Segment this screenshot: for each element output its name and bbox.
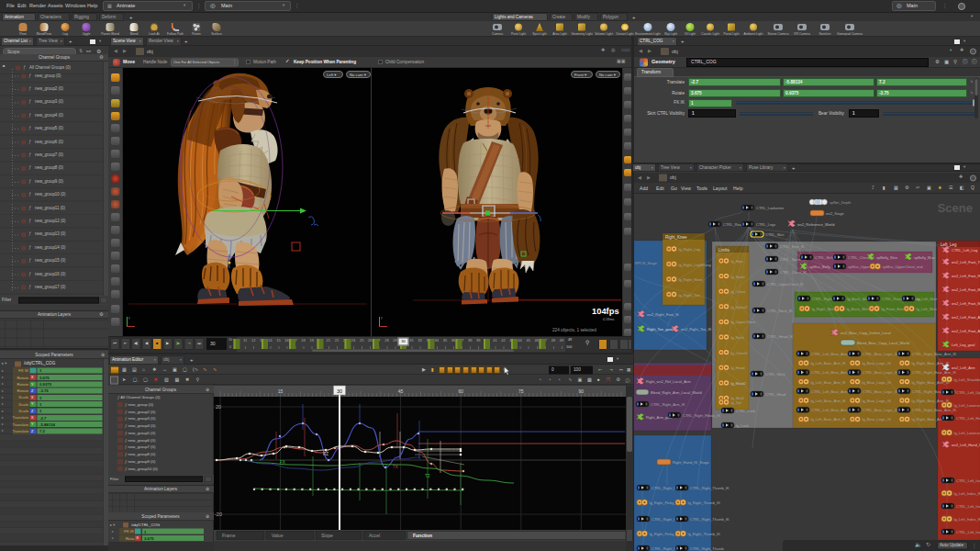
svg-text:CTRL_Head_IK: CTRL_Head_IK [767, 334, 794, 339]
svg-text:CTRL_UpperChest_IK: CTRL_UpperChest_IK [767, 282, 804, 287]
svg-text:lg_Neck: lg_Neck [731, 335, 744, 340]
svg-text:Frame: Frame [222, 533, 236, 538]
svg-text:CTRL_Head: CTRL_Head [765, 392, 785, 397]
svg-text:lg_Look: lg_Look [736, 423, 749, 428]
svg-text:spBelly_Skin: spBelly_Skin [876, 255, 897, 260]
svg-text:CTRL_Left_Leg: CTRL_Left_Leg [952, 248, 977, 253]
svg-text:TZ: TZ [425, 474, 430, 478]
svg-text:lg_Chest2: lg_Chest2 [731, 351, 749, 355]
svg-text:ws2_Left_Foot_Ball: ws2_Left_Foot_Ball [952, 287, 980, 292]
svg-text:CTRL_Left_Bear_Arm_IK: CTRL_Left_Bear_Arm_IK [811, 408, 853, 412]
svg-text:60: 60 [458, 388, 463, 394]
svg-text:CTRL_Right_Bear_Arm_IK: CTRL_Right_Bear_Arm_IK [912, 408, 957, 412]
svg-text:lg_Left_Lowerarm: lg_Left_Lowerarm [954, 403, 980, 408]
svg-text:ws2_Left_Foot_Mid: ws2_Left_Foot_Mid [952, 301, 980, 306]
svg-text:lg_UpperChest: lg_UpperChest [731, 320, 757, 324]
svg-text:lg_Bear_Logic_IK: lg_Bear_Logic_IK [863, 417, 892, 422]
svg-text:CTRL_Right_Bear_Arm_IK: CTRL_Right_Bear_Arm_IK [912, 352, 957, 356]
svg-text:CTRL_Right_Bear_Arm_IK: CTRL_Right_Bear_Arm_IK [912, 370, 957, 375]
svg-text:CTRL_Bear_Logic_IK: CTRL_Bear_Logic_IK [863, 370, 898, 375]
svg-text:lg_Left_Shoulder: lg_Left_Shoulder [954, 377, 980, 382]
svg-text:Right_Knee: Right_Knee [665, 235, 687, 240]
svg-text:lg_Hips: lg_Hips [731, 259, 743, 264]
svg-text:lg_Left_Index_IK: lg_Left_Index_IK [954, 517, 980, 522]
svg-text:ws2_Right_Foot_IK: ws2_Right_Foot_IK [647, 312, 679, 317]
svg-text:ws2_Left_Foot_AIM: ws2_Left_Foot_AIM [952, 315, 980, 320]
svg-text:lg_Right_Skirt: lg_Right_Skirt [812, 307, 836, 311]
svg-text:CTRL_Left_Index_IK: CTRL_Left_Index_IK [956, 478, 980, 483]
svg-text:ws2_Left_Foot_Ankle: ws2_Left_Foot_Ankle [952, 329, 980, 333]
svg-text:CTRL_Left_Index: CTRL_Left_Index [956, 530, 980, 534]
svg-text:lg_Spine2: lg_Spine2 [731, 305, 749, 309]
svg-text:CTRL_Left_Hand: CTRL_Left_Hand [956, 416, 980, 421]
svg-text:CTRL_Left_Index_IK: CTRL_Left_Index_IK [956, 504, 980, 509]
svg-text:spMus_UpperChest_mid: spMus_UpperChest_mid [883, 264, 923, 269]
svg-text:lg_Chest: lg_Chest [731, 289, 747, 294]
svg-text:lg_Back_Skirt: lg_Back_Skirt [847, 297, 870, 301]
svg-text:lg_Left_Bear_Arm_IK: lg_Left_Bear_Arm_IK [811, 417, 847, 422]
svg-text:lg_Left_Bear_Arm_IK: lg_Left_Bear_Arm_IK [811, 399, 847, 403]
svg-text:CTRL_Right_Thumb_IK: CTRL_Right_Thumb_IK [690, 486, 729, 490]
svg-text:Limbs: Limbs [718, 248, 730, 253]
svg-text:Value: Value [272, 533, 284, 538]
svg-text:lg_Left_Bear_Arm_IK: lg_Left_Bear_Arm_IK [811, 380, 847, 385]
svg-text:CTRL_Look: CTRL_Look [736, 409, 755, 413]
svg-text:Right_Toe_goal: Right_Toe_goal [647, 327, 673, 332]
svg-text:CTRL_Bear_Logic_IK: CTRL_Bear_Logic_IK [863, 408, 898, 412]
svg-text:75: 75 [518, 388, 524, 394]
svg-text:lg_Right_Toe: lg_Right_Toe [679, 293, 701, 298]
svg-text:lg_Tail: lg_Tail [731, 400, 741, 405]
svg-text:Scene: Scene [938, 201, 973, 215]
svg-text:ws2_Left_Hand_IK: ws2_Left_Hand_IK [952, 443, 980, 447]
svg-text:ws2_Left_Foot_IK: ws2_Left_Foot_IK [952, 274, 980, 278]
svg-text:CTRL_Left_Bear_Arm_IK: CTRL_Left_Bear_Arm_IK [811, 389, 853, 394]
svg-text:ws2_Left_Arm: ws2_Left_Arm [952, 365, 975, 370]
svg-text:lg_Bear_Logic_IK: lg_Bear_Logic_IK [863, 380, 892, 385]
svg-text:lg_Left_Skirt: lg_Left_Skirt [917, 307, 938, 311]
svg-text:45: 45 [398, 388, 404, 394]
svg-text:CTRL_Left_Upperarm: CTRL_Left_Upperarm [956, 390, 980, 395]
svg-text:Function: Function [413, 533, 432, 538]
svg-text:lg_Right_Leg: lg_Right_Leg [679, 247, 701, 252]
svg-text:lg_Left_Skirt: lg_Left_Skirt [917, 297, 938, 301]
svg-text:lg_Head: lg_Head [731, 365, 745, 370]
svg-text:FX: FX [280, 460, 285, 465]
svg-text:spNet_Depth: spNet_Depth [830, 200, 851, 205]
svg-text:lg_Right_Thumb_IK: lg_Right_Thumb_IK [688, 532, 721, 536]
svg-text:ws2_Stage: ws2_Stage [826, 211, 845, 216]
svg-text:CTRL_Skin: CTRL_Skin [765, 232, 784, 237]
svg-text:Blend_Bear_Copy_Local_World: Blend_Bear_Copy_Local_World [857, 341, 909, 345]
svg-text:lg_Bear_Logic_IK: lg_Bear_Logic_IK [863, 361, 892, 365]
svg-text:lg_Left_Index_IK: lg_Left_Index_IK [954, 491, 980, 496]
svg-text:CTRL_Chest_IK: CTRL_Chest_IK [780, 270, 807, 275]
svg-text:Left_Leg: Left_Leg [941, 242, 957, 247]
svg-text:Right_Hand_IK_Stage: Right_Hand_IK_Stage [673, 460, 710, 465]
svg-text:lg_Right_Knee: lg_Right_Knee [679, 277, 704, 282]
svg-text:ws2_Right_Toe_IK: ws2_Right_Toe_IK [681, 327, 712, 332]
svg-text:CTRL_Right_Thumb: CTRL_Right_Thumb [690, 546, 724, 551]
svg-text:lg_Head: lg_Head [731, 381, 745, 386]
svg-text:CTRL_Root: CTRL_Root [723, 222, 743, 227]
svg-text:ws2_Reference_World: ws2_Reference_World [797, 222, 834, 227]
svg-text:CTRL_Legs: CTRL_Legs [756, 222, 775, 227]
svg-text:lg_Bear_Logic_IK: lg_Bear_Logic_IK [863, 399, 892, 403]
svg-text:CTRL_Lookatme: CTRL_Lookatme [756, 206, 785, 210]
svg-text:lg_Spine: lg_Spine [731, 275, 746, 279]
svg-text:-20: -20 [215, 512, 222, 517]
svg-text:spBelly_Mus: spBelly_Mus [914, 255, 935, 260]
svg-text:30: 30 [337, 388, 342, 394]
svg-text:lg_Back_Skirt: lg_Back_Skirt [847, 307, 870, 311]
svg-text:RPOS_Stage: RPOS_Stage [635, 261, 658, 265]
svg-text:ws2_Bear_Copy_Delete_Local: ws2_Bear_Copy_Delete_Local [841, 331, 891, 335]
svg-text:Left_Leg_goal: Left_Leg_goal [952, 343, 974, 347]
svg-text:15: 15 [278, 388, 284, 394]
svg-text:lg_Right_LegWrong: lg_Right_LegWrong [679, 263, 711, 267]
svg-text:CTRL_Right_Arm_IK: CTRL_Right_Arm_IK [651, 402, 685, 407]
svg-text:lg_Left_Bear_Arm_IK: lg_Left_Bear_Arm_IK [811, 361, 847, 365]
svg-text:lg_Right_Thumb_IK: lg_Right_Thumb_IK [688, 500, 721, 505]
svg-text:Slope: Slope [321, 533, 333, 538]
svg-text:Blend_Right_Arm_Local_World: Blend_Right_Arm_Local_World [651, 390, 702, 395]
svg-text:CTRL_Right_Elbow_IK: CTRL_Right_Elbow_IK [683, 413, 720, 418]
svg-text:RZ: RZ [323, 452, 329, 456]
svg-text:CTRL_Bear_Logic_IK: CTRL_Bear_Logic_IK [863, 389, 898, 394]
